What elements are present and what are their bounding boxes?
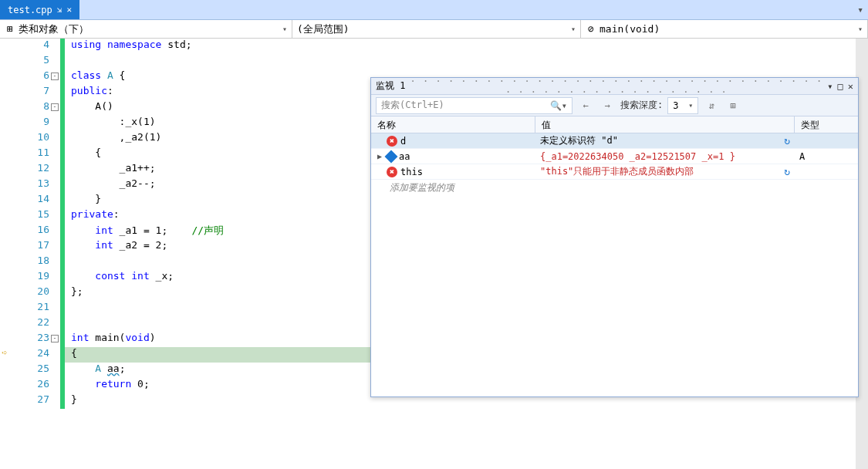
error-icon: ✖ xyxy=(387,136,397,147)
code-line[interactable]: 4using namespace std; xyxy=(0,39,868,54)
line-number: 24➪ xyxy=(0,347,60,363)
search-input[interactable]: 搜索(Ctrl+E) 🔍▾ xyxy=(376,97,572,114)
watch-toolbar: 搜索(Ctrl+E) 🔍▾ ← → 搜索深度: 3 ▾ ⇵ ⊞ xyxy=(371,95,858,116)
code-text[interactable] xyxy=(65,301,71,316)
chevron-down-icon: ▾ xyxy=(858,25,863,33)
watch-name: d xyxy=(400,136,406,147)
line-number: 20 xyxy=(0,285,60,301)
code-text[interactable]: } xyxy=(65,393,77,409)
execution-pointer-icon: ➪ xyxy=(2,347,7,358)
toolbar-button-1[interactable]: ⇵ xyxy=(703,97,720,114)
code-line[interactable]: 5 xyxy=(0,54,868,69)
code-text[interactable]: public: xyxy=(65,85,113,100)
code-text[interactable] xyxy=(65,255,71,270)
code-text[interactable]: _a2--; xyxy=(65,177,156,193)
line-number: 21 xyxy=(0,301,60,316)
function-icon: ⊘ xyxy=(586,24,596,35)
tab-overflow-button[interactable]: ▾ xyxy=(853,0,868,19)
line-number: 17 xyxy=(0,239,60,255)
line-number: 22 xyxy=(0,316,60,332)
chevron-down-icon: ▾ xyxy=(688,101,693,110)
watch-value: "this"只能用于非静态成员函数内部 xyxy=(540,165,694,178)
line-number: 11 xyxy=(0,147,60,162)
code-text[interactable] xyxy=(65,54,71,69)
fold-toggle[interactable]: - xyxy=(51,103,59,111)
chevron-down-icon: ▾ xyxy=(571,25,576,33)
code-text[interactable]: int _a1 = 1; //声明 xyxy=(65,224,224,239)
depth-value: 3 xyxy=(673,100,678,111)
code-text[interactable]: _a1++; xyxy=(65,162,156,177)
fold-toggle[interactable]: - xyxy=(51,73,59,80)
error-icon: ✖ xyxy=(387,167,397,177)
code-text[interactable]: using namespace std; xyxy=(65,39,192,54)
col-value[interactable]: 值 xyxy=(535,116,795,133)
line-number: 7 xyxy=(0,85,60,100)
toolbar-button-2[interactable]: ⊞ xyxy=(724,97,741,114)
depth-label: 搜索深度: xyxy=(620,99,663,112)
col-name[interactable]: 名称 xyxy=(371,116,535,133)
window-menu-icon[interactable]: ▾ xyxy=(827,81,833,92)
titlebar-grip: · · · · · · · · · · · · · · · · · · · · … xyxy=(408,76,824,97)
watch-value-cell[interactable]: "this"只能用于非静态成员函数内部↻ xyxy=(535,165,795,178)
function-combo-text: main(void) xyxy=(599,23,660,35)
nav-back-button[interactable]: ← xyxy=(577,97,594,114)
navigation-bar: ⊞ 类和对象（下） ▾ (全局范围) ▾ ⊘ main(void) ▾ xyxy=(0,20,868,39)
file-tab[interactable]: test.cpp ⇲ ✕ xyxy=(0,0,79,19)
fold-toggle[interactable]: - xyxy=(51,335,59,342)
code-text[interactable]: int main(void) xyxy=(65,332,156,347)
scope-combo[interactable]: (全局范围) ▾ xyxy=(292,20,581,38)
line-number: 15 xyxy=(0,208,60,224)
nav-forward-button[interactable]: → xyxy=(599,97,616,114)
watch-value-cell[interactable]: 未定义标识符 "d"↻ xyxy=(535,134,795,147)
refresh-icon[interactable]: ↻ xyxy=(784,166,790,177)
depth-combo[interactable]: 3 ▾ xyxy=(667,97,698,114)
watch-row[interactable]: ✖d未定义标识符 "d"↻ xyxy=(371,133,858,149)
watch-name-cell[interactable]: ✖this xyxy=(371,167,535,177)
code-text[interactable]: private: xyxy=(65,208,120,224)
code-text[interactable]: const int _x; xyxy=(65,270,174,285)
refresh-icon[interactable]: ↻ xyxy=(784,135,790,147)
code-text[interactable]: { xyxy=(65,347,77,363)
add-watch-placeholder[interactable]: 添加要监视的项 xyxy=(371,180,858,196)
pin-icon[interactable]: ⇲ xyxy=(57,5,62,15)
code-text[interactable]: :_x(1) xyxy=(65,116,156,131)
watch-value-cell[interactable]: {_a1=2022634050 _a2=12521507 _x=1 } xyxy=(535,151,795,162)
code-text[interactable] xyxy=(65,316,71,332)
function-combo[interactable]: ⊘ main(void) ▾ xyxy=(581,20,868,38)
watch-row[interactable]: ✖this"this"只能用于非静态成员函数内部↻ xyxy=(371,164,858,180)
line-number: 6- xyxy=(0,69,60,85)
watch-body[interactable]: ✖d未定义标识符 "d"↻▶aa{_a1=2022634050 _a2=1252… xyxy=(371,133,858,396)
code-text[interactable]: A aa; xyxy=(65,363,125,378)
code-text[interactable]: A() xyxy=(65,100,113,116)
close-icon[interactable]: ✕ xyxy=(848,81,853,92)
line-number: 25 xyxy=(0,363,60,378)
line-number: 4 xyxy=(0,39,60,54)
line-number: 18 xyxy=(0,255,60,270)
watch-name-cell[interactable]: ▶aa xyxy=(371,151,535,162)
expand-toggle[interactable]: ▶ xyxy=(376,152,383,160)
col-type[interactable]: 类型 xyxy=(795,116,858,133)
code-text[interactable]: int _a2 = 2; xyxy=(65,239,167,255)
code-text[interactable]: return 0; xyxy=(65,378,150,393)
watch-value: {_a1=2022634050 _a2=12521507 _x=1 } xyxy=(540,151,735,162)
watch-titlebar[interactable]: 监视 1 · · · · · · · · · · · · · · · · · ·… xyxy=(371,78,858,95)
watch-row[interactable]: ▶aa{_a1=2022634050 _a2=12521507 _x=1 }A xyxy=(371,149,858,164)
line-number: 16 xyxy=(0,224,60,239)
line-number: 12 xyxy=(0,162,60,177)
maximize-icon[interactable]: □ xyxy=(838,81,843,92)
watch-type-cell: A xyxy=(795,151,858,162)
code-text[interactable]: } xyxy=(65,193,101,208)
line-number: 27 xyxy=(0,393,60,409)
tab-bar: test.cpp ⇲ ✕ ▾ xyxy=(0,0,868,20)
code-text[interactable]: }; xyxy=(65,285,83,301)
line-number: 19 xyxy=(0,270,60,285)
close-icon[interactable]: ✕ xyxy=(66,5,72,15)
code-text[interactable]: ,_a2(1) xyxy=(65,131,161,147)
code-text[interactable]: { xyxy=(65,147,101,162)
chevron-down-icon: ▾ xyxy=(282,25,287,33)
search-icon[interactable]: 🔍▾ xyxy=(550,100,567,111)
project-combo[interactable]: ⊞ 类和对象（下） ▾ xyxy=(0,20,292,38)
watch-panel: 监视 1 · · · · · · · · · · · · · · · · · ·… xyxy=(370,77,859,397)
code-text[interactable]: class A { xyxy=(65,69,125,85)
watch-name-cell[interactable]: ✖d xyxy=(371,136,535,147)
